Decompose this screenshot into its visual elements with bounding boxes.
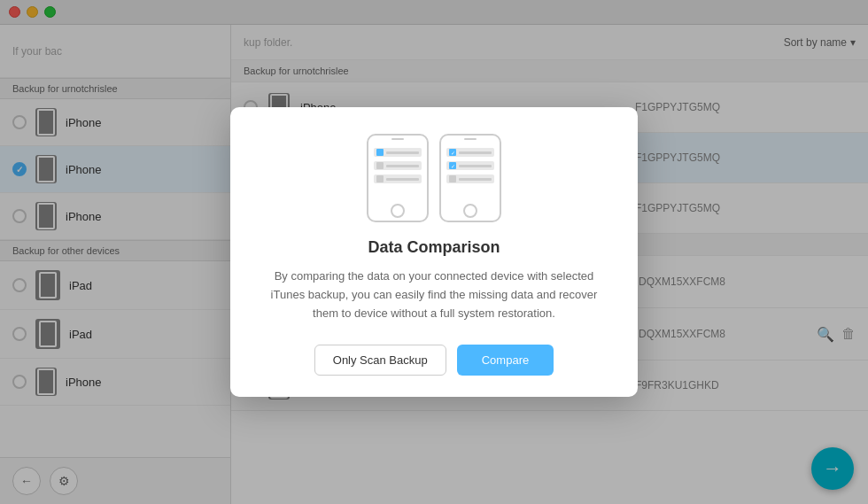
modal-icon: ✓ ✓ <box>367 134 501 222</box>
modal: ✓ ✓ Data Comparison By comparing the dat <box>230 107 638 396</box>
modal-title: Data Comparison <box>368 238 500 257</box>
modal-overlay: ✓ ✓ Data Comparison By comparing the dat <box>0 0 868 504</box>
modal-description: By comparing the data on your connected … <box>257 268 611 322</box>
compare-button[interactable]: Compare <box>457 345 554 376</box>
scan-backup-button[interactable]: Only Scan Backup <box>314 345 446 376</box>
modal-buttons: Only Scan Backup Compare <box>314 345 554 376</box>
